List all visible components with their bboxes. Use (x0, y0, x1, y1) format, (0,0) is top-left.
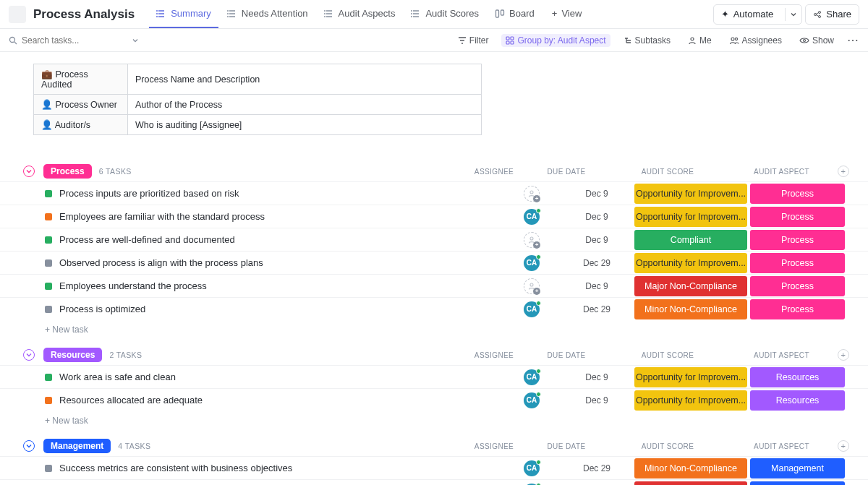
cell-audit-score[interactable]: Compliant (633, 230, 749, 250)
cell-audit-score[interactable]: Major Non-Compliance (633, 481, 749, 486)
tab-summary[interactable]: Summary (149, 1, 218, 28)
task-name[interactable]: Success metrics are consistent with busi… (59, 463, 503, 473)
new-task-button[interactable]: + New task (0, 411, 868, 430)
chevron-down-icon[interactable] (132, 37, 139, 44)
cell-audit-score[interactable]: Opportunity for Improvem... (633, 184, 749, 204)
add-column[interactable]: + (838, 166, 859, 177)
cell-due-date[interactable]: Dec 9 (561, 235, 633, 245)
task-row[interactable]: Process are well-defined and documented … (0, 228, 868, 251)
group-pill[interactable]: Process (43, 164, 92, 179)
info-value[interactable]: Process Name and Description (128, 64, 482, 95)
cell-audit-aspect[interactable]: Management (749, 458, 846, 478)
cell-due-date[interactable]: Dec 29 (561, 304, 633, 314)
cell-audit-aspect[interactable]: Process (749, 207, 846, 227)
filter-button[interactable]: Filter (454, 34, 493, 47)
task-row[interactable]: Employees are familiar with the standard… (0, 205, 868, 228)
cell-due-date[interactable]: Dec 9 (561, 189, 633, 199)
tab-audit-scores[interactable]: Audit Scores (404, 1, 486, 28)
cell-audit-aspect[interactable]: Management (749, 481, 846, 486)
task-name[interactable]: Work area is safe and clean (59, 372, 503, 382)
task-name[interactable]: Process is optimized (59, 304, 503, 314)
assignee-avatar[interactable]: CA (524, 392, 540, 408)
info-value[interactable]: Author of the Process (128, 95, 482, 115)
task-name[interactable]: Process are well-defined and documented (59, 234, 503, 245)
cell-due-date[interactable]: Dec 29 (561, 258, 633, 268)
task-row[interactable]: Observed process is align with the proce… (0, 251, 868, 274)
add-view-button[interactable]: + View (545, 1, 590, 28)
cell-assignee: CA (503, 209, 561, 225)
status-indicator[interactable] (45, 374, 52, 381)
task-row[interactable]: Success metrics are consistent with busi… (0, 456, 868, 479)
status-indicator[interactable] (45, 465, 52, 472)
cell-due-date[interactable]: Dec 9 (561, 395, 633, 405)
search-input[interactable] (22, 35, 116, 46)
cell-audit-aspect[interactable]: Process (749, 253, 846, 273)
status-indicator[interactable] (45, 397, 52, 404)
group-by-button[interactable]: Group by: Audit Aspect (501, 34, 610, 47)
task-row[interactable]: Resources allocated are adequate CA Dec … (0, 388, 868, 411)
assignee-avatar[interactable]: CA (524, 301, 540, 317)
info-value[interactable]: Who is auditing [Assignee] (128, 115, 482, 135)
cell-audit-score[interactable]: Minor Non-Compliance (633, 458, 749, 478)
automate-button[interactable]: ✦Automate (713, 4, 803, 25)
task-name[interactable]: Observed process is align with the proce… (59, 257, 503, 268)
status-indicator[interactable] (45, 283, 52, 290)
cell-due-date[interactable]: Dec 9 (561, 212, 633, 222)
assignee-avatar[interactable]: CA (524, 369, 540, 385)
status-indicator[interactable] (45, 306, 52, 313)
assignee-empty[interactable]: + (524, 232, 540, 248)
collapse-toggle[interactable] (23, 166, 35, 177)
tab-needs-attention[interactable]: Needs Attention (220, 1, 315, 28)
cell-audit-score[interactable]: Minor Non-Compliance (633, 299, 749, 319)
status-indicator[interactable] (45, 236, 52, 244)
cell-audit-aspect[interactable]: Process (749, 276, 846, 296)
group-pill[interactable]: Resources (43, 348, 102, 362)
chevron-down-icon[interactable] (785, 8, 801, 21)
add-column[interactable]: + (838, 440, 859, 452)
assignee-empty[interactable]: + (524, 278, 540, 294)
cell-audit-aspect[interactable]: Process (749, 184, 846, 204)
assignees-button[interactable]: Assignees (725, 34, 786, 47)
workspace-icon[interactable] (9, 6, 26, 23)
cell-audit-aspect[interactable]: Resources (749, 390, 846, 411)
assignee-avatar[interactable]: CA (524, 460, 540, 476)
me-button[interactable]: Me (684, 34, 716, 47)
new-task-button[interactable]: + New task (0, 320, 868, 339)
assignee-avatar[interactable]: CA (524, 255, 540, 271)
cell-audit-score[interactable]: Major Non-Compliance (633, 276, 749, 296)
collapse-toggle[interactable] (23, 349, 35, 361)
task-row[interactable]: Work area is safe and clean CA Dec 9 Opp… (0, 365, 868, 388)
tab-board[interactable]: Board (488, 1, 542, 28)
subtasks-button[interactable]: Subtasks (619, 34, 675, 47)
task-name[interactable]: Employees are familiar with the standard… (59, 211, 503, 222)
collapse-toggle[interactable] (23, 440, 35, 452)
task-row[interactable]: Employees understand the process + Dec 9… (0, 274, 868, 297)
status-indicator[interactable] (45, 259, 52, 267)
task-row[interactable]: Process inputs are prioritized based on … (0, 181, 868, 205)
status-indicator[interactable] (45, 213, 52, 220)
share-button[interactable]: Share (805, 4, 859, 25)
group-pill[interactable]: Management (43, 439, 111, 453)
task-name[interactable]: Employees understand the process (59, 280, 503, 291)
assignee-empty[interactable]: + (524, 186, 540, 202)
tab-audit-aspects[interactable]: Audit Aspects (317, 1, 403, 28)
task-name[interactable]: Process inputs are prioritized based on … (59, 188, 503, 199)
task-row[interactable]: Process is optimized CA Dec 29 Minor Non… (0, 297, 868, 320)
cell-audit-aspect[interactable]: Resources (749, 367, 846, 387)
cell-due-date[interactable]: Dec 9 (561, 372, 633, 382)
cell-audit-score[interactable]: Opportunity for Improvem... (633, 390, 749, 411)
cell-due-date[interactable]: Dec 9 (561, 281, 633, 291)
cell-audit-score[interactable]: Opportunity for Improvem... (633, 253, 749, 273)
task-row[interactable]: Management process is objective CA Dec 9… (0, 479, 868, 485)
more-menu[interactable]: ⋯ (847, 33, 859, 47)
cell-audit-aspect[interactable]: Process (749, 230, 846, 250)
task-name[interactable]: Resources allocated are adequate (59, 395, 503, 405)
add-column[interactable]: + (838, 349, 859, 361)
cell-audit-aspect[interactable]: Process (749, 299, 846, 319)
cell-audit-score[interactable]: Opportunity for Improvem... (633, 207, 749, 227)
status-indicator[interactable] (45, 190, 52, 197)
cell-audit-score[interactable]: Opportunity for Improvem... (633, 367, 749, 387)
cell-due-date[interactable]: Dec 29 (561, 463, 633, 473)
assignee-avatar[interactable]: CA (524, 209, 540, 225)
show-button[interactable]: Show (795, 34, 838, 47)
